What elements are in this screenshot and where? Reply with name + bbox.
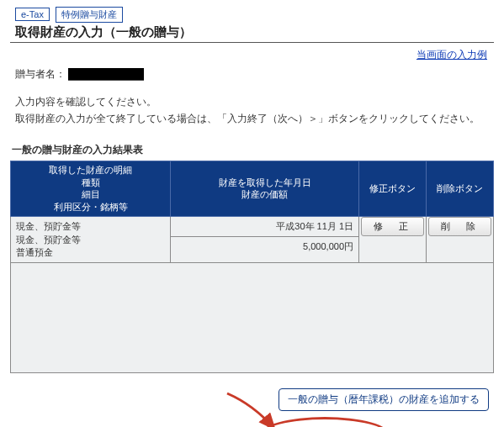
badge-etax: e-Tax [15, 8, 50, 21]
donor-name-value [68, 68, 144, 81]
table-empty-area [10, 263, 494, 373]
instruction-line-2: 取得財産の入力が全て終了している場合は、「入力終了（次へ）＞」ボタンをクリックし… [15, 110, 494, 127]
col-header-detail: 取得した財産の明細 種類 細目 利用区分・銘柄等 [11, 161, 171, 216]
detail-line: 普通預金 [16, 246, 165, 259]
section-title: 一般の贈与財産の入力結果表 [12, 143, 494, 157]
instruction-line-1: 入力内容を確認してください。 [15, 93, 494, 110]
col-header-delete: 削除ボタン [427, 161, 494, 216]
page-title: 取得財産の入力（一般の贈与） [15, 24, 494, 40]
col-header-value: 財産を取得した年月日 財産の価額 [171, 161, 359, 216]
badge-special: 特例贈与財産 [56, 7, 123, 23]
edit-button[interactable]: 修 正 [361, 217, 424, 236]
example-link[interactable]: 当画面の入力例 [416, 49, 487, 61]
acquire-date: 平成30年 11月 1日 [171, 217, 358, 237]
result-table: 取得した財産の明細 種類 細目 利用区分・銘柄等 財産を取得した年月日 財産の価… [10, 161, 494, 264]
col-header-edit: 修正ボタン [359, 161, 427, 216]
detail-line: 現金、預貯金等 [16, 234, 165, 246]
delete-button[interactable]: 削 除 [428, 217, 491, 236]
property-value: 5,000,000円 [171, 237, 358, 256]
table-row: 現金、預貯金等 現金、預貯金等 普通預金 平成30年 11月 1日 5,000,… [11, 217, 494, 263]
detail-line: 現金、預貯金等 [16, 220, 165, 233]
instructions: 入力内容を確認してください。 取得財産の入力が全て終了している場合は、「入力終了… [15, 93, 494, 128]
donor-label: 贈与者名： [15, 68, 66, 80]
add-property-button[interactable]: 一般の贈与（暦年課税）の財産を追加する [279, 388, 489, 411]
annotation-oval [259, 417, 390, 427]
title-divider [10, 42, 494, 43]
